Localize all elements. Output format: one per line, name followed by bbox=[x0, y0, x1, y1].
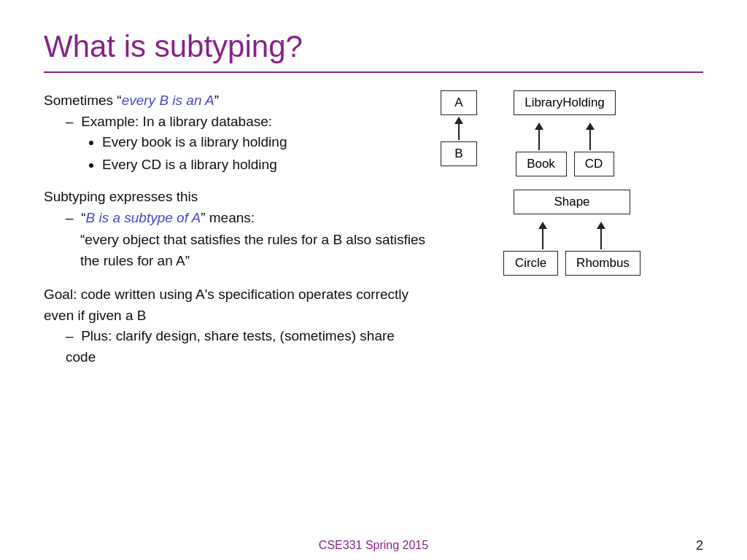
box-b: B bbox=[441, 141, 477, 166]
box-libraryholding: LibraryHolding bbox=[514, 90, 616, 115]
bullet-item-1: Every book is a library holding bbox=[102, 132, 426, 153]
sometimes-italic: every B is an A bbox=[122, 93, 214, 108]
svg-marker-3 bbox=[535, 122, 543, 130]
title-divider bbox=[44, 71, 703, 73]
box-a: A bbox=[441, 90, 477, 115]
diagram-shape: Shape Circle Rhombus bbox=[499, 190, 645, 276]
subtyping-label: Subtyping expresses this bbox=[44, 187, 426, 208]
subtype-means-line: – “B is a subtype of A” means: bbox=[66, 208, 426, 229]
book-cd-row: Book CD bbox=[516, 152, 614, 176]
subtype-quote: “every object that satisfies the rules f… bbox=[80, 230, 426, 271]
goal-line2: – Plus: clarify design, share tests, (so… bbox=[66, 326, 426, 368]
svg-marker-5 bbox=[586, 122, 595, 130]
example-line: – Example: In a library database: bbox=[66, 112, 426, 133]
goal-line1: Goal: code written using A's specificati… bbox=[44, 284, 426, 326]
slide-title: What is subtyping? bbox=[44, 29, 703, 64]
sometimes-suffix: ” bbox=[214, 93, 219, 108]
diagram-ab: A B bbox=[441, 90, 477, 166]
goal-section: Goal: code written using A's specificati… bbox=[44, 284, 426, 368]
circle-rhombus-row: Circle Rhombus bbox=[503, 251, 640, 276]
sometimes-prefix: Sometimes “ bbox=[44, 93, 122, 108]
subtype-suffix: ” means: bbox=[201, 210, 255, 225]
subtype-italic: B is a subtype of A bbox=[85, 210, 201, 225]
content-area: Sometimes “every B is an A” – Example: I… bbox=[44, 90, 703, 368]
right-content: A B LibraryHolding bbox=[441, 90, 703, 368]
sometimes-section: Sometimes “every B is an A” – Example: I… bbox=[44, 90, 426, 175]
box-book: Book bbox=[516, 152, 567, 176]
arrow-a-b bbox=[444, 115, 473, 141]
arrows-library bbox=[499, 115, 630, 152]
box-rhombus: Rhombus bbox=[565, 251, 640, 276]
bullet-list: Every book is a library holding Every CD… bbox=[102, 132, 426, 175]
svg-marker-9 bbox=[597, 222, 605, 229]
box-shape: Shape bbox=[514, 190, 630, 214]
diagram-library: LibraryHolding Book CD bbox=[499, 90, 630, 176]
subtyping-section: Subtyping expresses this – “B is a subty… bbox=[44, 187, 426, 271]
arrows-shape bbox=[499, 214, 645, 251]
box-circle: Circle bbox=[503, 251, 558, 276]
box-cd: CD bbox=[574, 152, 614, 176]
slide: What is subtyping? Sometimes “every B is… bbox=[0, 0, 747, 560]
svg-marker-7 bbox=[538, 222, 547, 229]
footer-course: CSE331 Spring 2015 bbox=[319, 539, 428, 552]
diagrams-row: A B LibraryHolding bbox=[441, 90, 630, 176]
left-content: Sometimes “every B is an A” – Example: I… bbox=[44, 90, 426, 368]
footer-page: 2 bbox=[696, 538, 703, 553]
bullet-item-2: Every CD is a library holding bbox=[102, 155, 426, 176]
svg-marker-1 bbox=[454, 117, 463, 124]
